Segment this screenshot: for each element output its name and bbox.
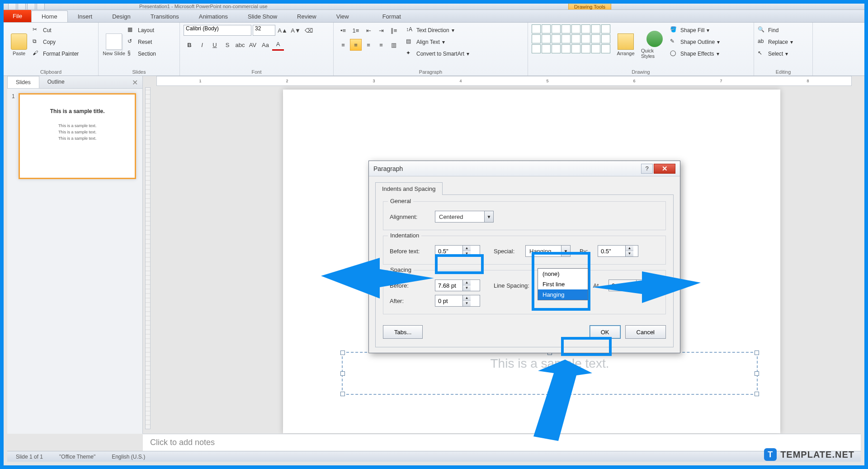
dec-indent-button[interactable]: ⇤ [363, 24, 374, 36]
status-language[interactable]: English (U.S.) [108, 452, 149, 461]
spin-down-icon[interactable]: ▼ [463, 251, 471, 256]
font-size-select[interactable]: 32 [253, 25, 275, 36]
spacing-before-input[interactable] [435, 282, 462, 289]
dialog-title-bar[interactable]: Paragraph ? ✕ [369, 161, 680, 176]
resize-handle[interactable] [547, 392, 552, 396]
ok-button[interactable]: OK [590, 325, 621, 339]
align-text-button[interactable]: ▤Align Text ▾ [406, 36, 469, 48]
special-select[interactable]: Hanging ▼ [525, 245, 571, 257]
dialog-close-button[interactable]: ✕ [654, 164, 675, 174]
tab-file[interactable]: File [4, 9, 31, 22]
shape-line-icon[interactable] [532, 24, 541, 33]
numbering-button[interactable]: 1≡ [350, 24, 362, 36]
resize-handle[interactable] [755, 351, 759, 355]
paste-button[interactable]: Paste [7, 24, 31, 65]
tab-format[interactable]: Format [373, 11, 411, 22]
bullets-button[interactable]: •≡ [337, 24, 349, 36]
shape-more-icon[interactable] [601, 24, 610, 33]
tab-transitions[interactable]: Transitions [141, 11, 189, 22]
tabs-button[interactable]: Tabs... [383, 325, 423, 339]
qat-save-icon[interactable] [8, 4, 16, 10]
spacing-before-spinner[interactable]: ▲▼ [435, 280, 480, 291]
spacing-after-input[interactable] [435, 298, 462, 304]
select-button[interactable]: ↖Select ▾ [758, 48, 793, 60]
before-text-spinner[interactable]: ▲▼ [435, 245, 480, 257]
resize-handle[interactable] [755, 392, 759, 396]
spin-down-icon[interactable]: ▼ [637, 285, 644, 291]
copy-button[interactable]: ⧉Copy [33, 36, 79, 48]
text-direction-button[interactable]: ↕AText Direction ▾ [406, 24, 469, 36]
align-center-button[interactable]: ≡ [350, 39, 362, 51]
at-spinner[interactable]: ▲▼ [609, 280, 645, 291]
option-hanging[interactable]: Hanging [538, 289, 588, 300]
shape-oval-icon[interactable] [552, 24, 561, 33]
shape-rect-icon[interactable] [542, 24, 551, 33]
spin-up-icon[interactable]: ▲ [463, 280, 471, 285]
justify-button[interactable]: ≡ [375, 39, 387, 51]
resize-handle[interactable] [340, 351, 345, 355]
spacing-button[interactable]: AV [247, 39, 259, 51]
dialog-help-button[interactable]: ? [641, 164, 653, 174]
grow-font-icon[interactable]: A▲ [277, 24, 288, 36]
tab-home[interactable]: Home [31, 10, 68, 22]
format-painter-button[interactable]: 🖌Format Painter [33, 48, 79, 60]
option-first-line[interactable]: First line [538, 279, 588, 289]
shape-triangle-icon[interactable] [571, 24, 580, 33]
slides-tab[interactable]: Slides [7, 76, 39, 88]
columns-button[interactable]: ▥ [388, 39, 400, 51]
spin-down-icon[interactable]: ▼ [463, 301, 471, 306]
align-left-button[interactable]: ≡ [337, 39, 349, 51]
section-button[interactable]: §Section [127, 48, 156, 60]
spin-up-icon[interactable]: ▲ [626, 246, 633, 251]
shape-star-icon[interactable] [581, 24, 590, 33]
tab-animations[interactable]: Animations [189, 11, 238, 22]
option-none[interactable]: (none) [538, 269, 588, 279]
by-input[interactable] [598, 248, 625, 255]
resize-handle[interactable] [755, 371, 759, 376]
tab-insert[interactable]: Insert [68, 11, 103, 22]
underline-button[interactable]: U [209, 39, 221, 51]
spacing-after-spinner[interactable]: ▲▼ [435, 295, 480, 307]
new-slide-button[interactable]: New Slide [102, 24, 126, 65]
replace-button[interactable]: abReplace ▾ [758, 36, 793, 48]
slide-thumbnail[interactable]: This is a sample title. This is a sample… [19, 93, 136, 179]
qat-redo-icon[interactable] [27, 4, 35, 10]
chevron-down-icon[interactable]: ▼ [484, 211, 493, 222]
inc-indent-button[interactable]: ⇥ [375, 24, 387, 36]
before-text-input[interactable] [435, 248, 462, 255]
spin-up-icon[interactable]: ▲ [463, 295, 471, 301]
dialog-tab-indents[interactable]: Indents and Spacing [375, 182, 443, 195]
quick-styles-button[interactable]: Quick Styles [641, 24, 668, 65]
chevron-down-icon[interactable]: ▼ [561, 246, 570, 256]
selected-text-box[interactable]: This is a sample text. [342, 352, 758, 395]
font-name-select[interactable]: Calibri (Body) [184, 25, 251, 36]
strikethrough-button[interactable]: abc [234, 39, 246, 51]
notes-pane[interactable]: Click to add notes [143, 434, 861, 453]
by-spinner[interactable]: ▲▼ [598, 245, 638, 257]
tab-slideshow[interactable]: Slide Show [238, 11, 287, 22]
spin-up-icon[interactable]: ▲ [463, 246, 471, 251]
shape-outline-button[interactable]: ✎Shape Outline ▾ [670, 36, 720, 48]
arrange-button[interactable]: Arrange [612, 24, 639, 65]
spin-up-icon[interactable]: ▲ [637, 280, 644, 285]
align-right-button[interactable]: ≡ [363, 39, 374, 51]
qat-undo-icon[interactable] [18, 4, 26, 10]
shape-callout-icon[interactable] [591, 24, 600, 33]
resize-handle[interactable] [340, 392, 345, 396]
shape-arrow-icon[interactable] [561, 24, 571, 33]
layout-button[interactable]: ▦Layout [127, 24, 156, 36]
spin-down-icon[interactable]: ▼ [626, 251, 633, 256]
tab-design[interactable]: Design [102, 11, 140, 22]
alignment-select[interactable]: Centered ▼ [435, 211, 494, 223]
tab-review[interactable]: Review [287, 11, 326, 22]
cut-button[interactable]: ✂Cut [33, 24, 79, 36]
tab-view[interactable]: View [326, 11, 359, 22]
font-color-button[interactable]: A [272, 39, 284, 51]
qat-more-icon[interactable] [37, 4, 45, 10]
spin-down-icon[interactable]: ▼ [463, 285, 471, 291]
panel-close-icon[interactable]: ✕ [127, 76, 142, 88]
shape-fill-button[interactable]: 🪣Shape Fill ▾ [670, 24, 720, 36]
clear-format-icon[interactable]: ⌫ [303, 24, 315, 36]
italic-button[interactable]: I [196, 39, 208, 51]
shadow-button[interactable]: S [222, 39, 233, 51]
